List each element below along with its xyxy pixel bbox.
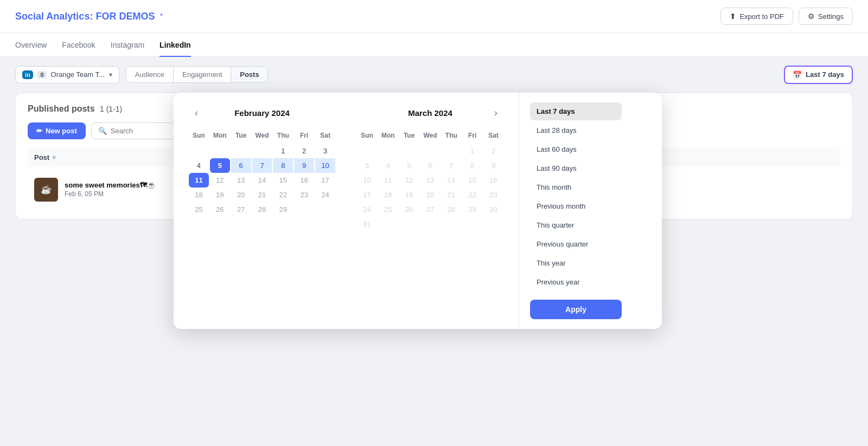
preset-prevmonth[interactable]: Previous month: [530, 197, 622, 215]
preset-thismonth[interactable]: This month: [530, 178, 622, 196]
cal-day-16[interactable]: 16: [294, 173, 314, 188]
card-count: 1 (1-1): [100, 105, 122, 113]
cal-day-empty: [189, 144, 209, 158]
preset-last28[interactable]: Last 28 days: [530, 121, 622, 139]
title-chevron-icon[interactable]: ˅: [159, 13, 163, 21]
tab-audience[interactable]: Audience: [126, 67, 174, 82]
filter-sort-icon: ≡: [52, 154, 55, 160]
cal-day-19[interactable]: 19: [210, 188, 230, 202]
cal-next-button[interactable]: ›: [488, 106, 503, 121]
cal-day-8-range[interactable]: 8: [273, 158, 293, 173]
page-toolbar: in 0 Orange Team T... ▾ Audience Engagem…: [0, 57, 868, 93]
cal-day-12[interactable]: 12: [210, 173, 230, 188]
cal-feb-week3: 11 12 13 14 15 16 17: [189, 173, 335, 188]
cal-day-26[interactable]: 26: [210, 202, 230, 217]
cal-day-mar-8: 8: [462, 158, 482, 173]
cal-day-7-range[interactable]: 7: [252, 158, 272, 173]
preset-last60[interactable]: Last 60 days: [530, 140, 622, 158]
cal-day-21[interactable]: 21: [252, 188, 272, 202]
cal-day-15[interactable]: 15: [273, 173, 293, 188]
cal-day-20[interactable]: 20: [231, 188, 251, 202]
cal-day-9-range[interactable]: 9: [294, 158, 314, 173]
cal-day-mar-21: 21: [441, 188, 461, 202]
cal-day-18[interactable]: 18: [189, 188, 209, 202]
main-content: Published posts 1 (1-1) ✏ New post 🔍 Pos…: [0, 93, 868, 235]
preset-last7[interactable]: Last 7 days: [530, 102, 622, 120]
tab-facebook[interactable]: Facebook: [62, 33, 95, 57]
dow-tue: Tue: [231, 130, 251, 144]
cal-day-2[interactable]: 2: [294, 144, 314, 158]
cal-day-empty: [357, 144, 377, 158]
linkedin-badge: in: [22, 70, 33, 79]
cal-mar-week3: 10 11 12 13 14 15 16: [357, 173, 503, 188]
cal-prev-button[interactable]: ‹: [189, 106, 204, 121]
date-btn-label: Last 7 days: [806, 70, 844, 79]
cal-day-mar-9: 9: [483, 158, 503, 173]
cal-mar-week2: 3 4 5 6 7 8 9: [357, 158, 503, 173]
new-post-button[interactable]: ✏ New post: [28, 122, 86, 139]
cal-mar-header: March 2024 ›: [357, 106, 503, 121]
dow-fri: Fri: [462, 130, 482, 144]
cal-day-empty: [378, 144, 398, 158]
cal-day-3[interactable]: 3: [315, 144, 335, 158]
preset-thisyear[interactable]: This year: [530, 254, 622, 272]
export-pdf-button[interactable]: ⬆ Export to PDF: [720, 8, 793, 25]
toolbar-left: in 0 Orange Team T... ▾ Audience Engagem…: [15, 66, 268, 83]
tab-linkedin[interactable]: LinkedIn: [159, 33, 191, 57]
cal-day-mar-14: 14: [441, 173, 461, 188]
settings-label: Settings: [818, 12, 844, 21]
cal-day-25[interactable]: 25: [189, 202, 209, 217]
dow-tue: Tue: [399, 130, 419, 144]
cal-day-22[interactable]: 22: [273, 188, 293, 202]
cal-day-empty: [315, 202, 335, 217]
dow-fri: Fri: [294, 130, 314, 144]
cal-mar-grid: Sun Mon Tue Wed Thu Fri Sat 1: [357, 130, 503, 231]
cal-day-28[interactable]: 28: [252, 202, 272, 217]
date-range-button[interactable]: 📅 Last 7 days: [784, 66, 853, 84]
account-selector[interactable]: in 0 Orange Team T... ▾: [15, 66, 119, 83]
dow-mon: Mon: [210, 130, 230, 144]
cal-mar-week5: 24 25 26 27 28 29 30: [357, 202, 503, 217]
cal-day-mar-3: 3: [357, 158, 377, 173]
cal-day-mar-24: 24: [357, 202, 377, 217]
table-col-post: Post: [34, 153, 49, 161]
preset-prevquarter[interactable]: Previous quarter: [530, 235, 622, 253]
cal-day-11-selected[interactable]: 11: [189, 173, 209, 188]
cal-day-24[interactable]: 24: [315, 188, 335, 202]
cal-day-empty: [441, 144, 461, 158]
apply-button[interactable]: Apply: [530, 300, 622, 319]
account-num-badge: 0: [37, 71, 46, 79]
tab-posts[interactable]: Posts: [231, 66, 268, 83]
cal-day-mar-18: 18: [378, 188, 398, 202]
cal-day-23[interactable]: 23: [294, 188, 314, 202]
cal-day-empty: [399, 217, 419, 231]
calendar-section: ‹ February 2024 Sun Mon Tue Wed Thu Fri …: [174, 93, 519, 329]
preset-thisquarter[interactable]: This quarter: [530, 216, 622, 234]
cal-day-mar-23: 23: [483, 188, 503, 202]
nav-tabs: Overview Facebook Instagram LinkedIn: [0, 33, 868, 57]
cal-mar-week6: 31: [357, 217, 503, 231]
cal-day-mar-22: 22: [462, 188, 482, 202]
tab-engagement[interactable]: Engagement: [174, 67, 232, 82]
cal-day-13[interactable]: 13: [231, 173, 251, 188]
dow-thu: Thu: [273, 130, 293, 144]
cal-day-27[interactable]: 27: [231, 202, 251, 217]
cal-day-14[interactable]: 14: [252, 173, 272, 188]
cal-day-29[interactable]: 29: [273, 202, 293, 217]
cal-day-17[interactable]: 17: [315, 173, 335, 188]
cal-day-4[interactable]: 4: [189, 158, 209, 173]
cal-day-10-range[interactable]: 10: [315, 158, 335, 173]
cal-day-5-selected[interactable]: 5: [210, 158, 230, 173]
dow-thu: Thu: [441, 130, 461, 144]
cal-mar-week4: 17 18 19 20 21 22 23: [357, 188, 503, 202]
cal-day-6-range[interactable]: 6: [231, 158, 251, 173]
app-title-brand: FOR DEMOS: [95, 11, 155, 22]
preset-last90[interactable]: Last 90 days: [530, 159, 622, 177]
settings-button[interactable]: ⚙ Settings: [799, 8, 853, 25]
tab-overview[interactable]: Overview: [15, 33, 47, 57]
cal-feb-week4: 18 19 20 21 22 23 24: [189, 188, 335, 202]
preset-prevyear[interactable]: Previous year: [530, 273, 622, 291]
tab-instagram[interactable]: Instagram: [111, 33, 144, 57]
cal-day-1[interactable]: 1: [273, 144, 293, 158]
post-thumbnail: ☕: [34, 178, 58, 202]
